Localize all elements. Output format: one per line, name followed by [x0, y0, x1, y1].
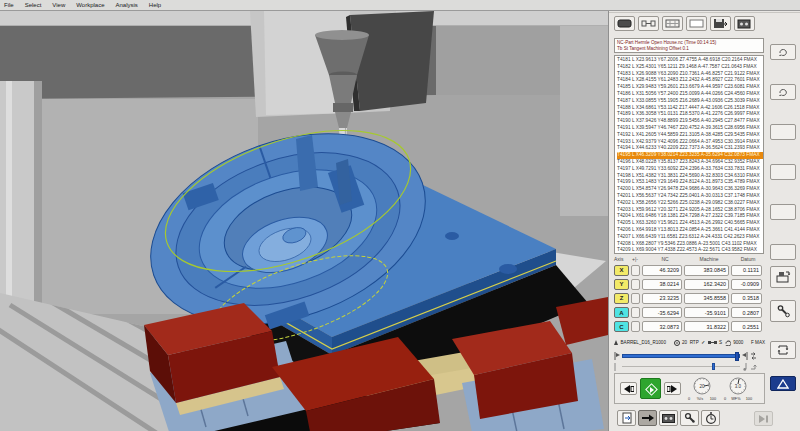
cassette-icon[interactable]: [734, 16, 755, 31]
start-simulation-button[interactable]: [640, 378, 661, 399]
nc-line[interactable]: T4208 L X68.2807 Y9.5346 Z23.0886 A-23.5…: [617, 241, 763, 248]
nc-line[interactable]: T4199 L X53.1483 Y29.1649 Z24.8124 A-31.…: [617, 179, 763, 186]
axis-datum-value: -0.0909: [731, 279, 762, 290]
rail-button-6[interactable]: [770, 244, 796, 260]
rotate-view-button-2[interactable]: [770, 84, 796, 100]
nc-line[interactable]: T4190 L X37.9426 Y48.8899 Z19.5456 A-40.…: [617, 118, 763, 125]
nc-line[interactable]: T4193 L X42.9379 Y42.4096 Z22.0664 A-37.…: [617, 139, 763, 146]
rtp-label: RTP: [690, 340, 699, 345]
axis-label-z[interactable]: Z: [614, 293, 629, 304]
save-state-icon[interactable]: [710, 16, 731, 31]
jump-icon[interactable]: [750, 363, 757, 371]
axis-label-a[interactable]: A: [614, 307, 629, 318]
3d-viewport[interactable]: [0, 11, 608, 431]
nc-line[interactable]: T4185 L X29.9483 Y59.2601 Z13.6679 A-44.…: [617, 84, 763, 91]
axis-table: X46.3209383.08450.1131Y38.0214162.3420-0…: [614, 263, 766, 334]
rotate-view-button-1[interactable]: [770, 44, 796, 60]
axis-sign-box[interactable]: [631, 279, 640, 290]
nc-line[interactable]: T4202 L X58.2656 Y22.5266 Z25.0238 A-29.…: [617, 200, 763, 207]
line-marker-icon: [614, 363, 620, 371]
step-forward-button[interactable]: [664, 382, 681, 395]
nc-line[interactable]: T4191 L X39.5947 Y46.7467 Z20.4752 A-39.…: [617, 125, 763, 132]
nc-line[interactable]: T4184 L X28.4155 Y61.2483 Z12.2432 A-45.…: [617, 77, 763, 84]
menu-item-view[interactable]: View: [52, 2, 65, 8]
rotate-arrows-icon: [778, 48, 788, 56]
menu-item-workplace[interactable]: Workplace: [76, 2, 104, 8]
nc-line[interactable]: T4183 L X26.9088 Y63.2090 Z10.7361 A-46.…: [617, 71, 763, 78]
nc-program-header: NC-Part Hermle Open House.nc (Time 00:14…: [614, 38, 764, 53]
nc-line[interactable]: T4209 L X69.9004 Y7.4338 Z22.4573 A-22.5…: [617, 247, 763, 254]
cassette-small-icon: [662, 414, 675, 423]
nc-line[interactable]: T4188 L X34.6861 Y53.1142 Z17.4447 A-42.…: [617, 105, 763, 112]
skip-to-end-button[interactable]: [754, 411, 773, 426]
axis-row-c: C32.087331.83220.2551: [614, 320, 766, 334]
feed-dial-value: 3.0: [735, 383, 742, 388]
nc-line[interactable]: T4198 L X51.4382 Y31.3831 Z24.5690 A-32.…: [617, 173, 763, 180]
blank-view-icon[interactable]: [686, 16, 707, 31]
restart-program-button[interactable]: [617, 410, 636, 426]
collision-warning-button[interactable]: [770, 376, 796, 391]
nc-line[interactable]: T4182 L X25.4301 Y65.1211 Z9.1468 A-47.7…: [617, 64, 763, 71]
axis-sign-box[interactable]: [631, 321, 640, 332]
feed-label: F MAX: [751, 340, 765, 345]
tool-settings-button[interactable]: [680, 410, 699, 426]
program-progress-slider[interactable]: [622, 354, 740, 358]
axis-nc-value: 23.3235: [642, 293, 682, 304]
nc-line[interactable]: T4196 L X48.0228 Y35.8137 Z23.8243 A-34.…: [617, 159, 763, 166]
feed-override-dial[interactable]: 3.0 0WF%100: [723, 377, 753, 401]
nc-line[interactable]: T4203 L X59.9612 Y20.3271 Z24.9205 A-28.…: [617, 207, 763, 214]
rail-button-5[interactable]: [770, 204, 796, 220]
nc-line[interactable]: T4192 L X41.2605 Y44.5859 Z21.3105 A-38.…: [617, 132, 763, 139]
tool-name: BARREL_D16_R1000: [621, 340, 666, 345]
nc-line[interactable]: T4200 L X54.8574 Y26.9478 Z24.9686 A-30.…: [617, 186, 763, 193]
nc-line[interactable]: T4186 L X31.5056 Y57.2400 Z15.0099 A-44.…: [617, 91, 763, 98]
stopwatch-icon: [705, 412, 717, 424]
axis-label-y[interactable]: Y: [614, 279, 629, 290]
speed-dial[interactable]: 20 0%/s100: [687, 377, 717, 401]
view-mode-toolbar: [614, 16, 755, 31]
nc-line-list[interactable]: T4181 L X23.9613 Y67.2006 Z7.4755 A-48.6…: [614, 55, 764, 254]
fixture-view-icon[interactable]: [638, 16, 659, 31]
nc-line[interactable]: T4187 L X33.0855 Y55.1905 Z16.2689 A-43.…: [617, 98, 763, 105]
wrench-circle-icon: [776, 304, 791, 318]
menu-item-select[interactable]: Select: [25, 2, 42, 8]
time-analysis-button[interactable]: [701, 410, 720, 426]
secondary-handle[interactable]: [712, 363, 716, 370]
machine-settings-button[interactable]: [770, 300, 796, 322]
nc-line[interactable]: T4194 L X44.6233 Y40.2209 Z22.7373 A-36.…: [617, 145, 763, 152]
nc-line[interactable]: T4181 L X23.9613 Y67.2006 Z7.4755 A-48.6…: [617, 57, 763, 64]
start-play-icon: [650, 387, 654, 393]
menu-item-file[interactable]: File: [4, 2, 14, 8]
step-back-button[interactable]: [620, 382, 637, 395]
progress-handle[interactable]: [735, 352, 739, 361]
axis-label-c[interactable]: C: [614, 321, 629, 332]
step-back-icon: [623, 385, 634, 393]
nc-line-current[interactable]: T4195 L X46.3209 Y38.0214 Z23.3235 A-35.…: [617, 152, 763, 159]
swap-range-icon[interactable]: [750, 352, 757, 360]
axis-label-x[interactable]: X: [614, 265, 629, 276]
menu-item-help[interactable]: Help: [149, 2, 161, 8]
axis-machine-value: 345.8558: [684, 293, 729, 304]
nc-line[interactable]: T4207 L X66.6439 Y11.6581 Z23.6312 A-24.…: [617, 234, 763, 241]
rail-button-4[interactable]: [770, 164, 796, 180]
wireframe-view-icon[interactable]: [662, 16, 683, 31]
nc-line[interactable]: T4201 L X56.5637 Y24.7342 Z25.0401 A-30.…: [617, 193, 763, 200]
nc-line[interactable]: T4205 L X63.3260 Y15.9621 Z24.4513 A-26.…: [617, 220, 763, 227]
loop-mode-button[interactable]: [770, 341, 796, 359]
axis-sign-box[interactable]: [631, 293, 640, 304]
nc-line[interactable]: T4197 L X49.7291 Y33.6092 Z24.2396 A-33.…: [617, 166, 763, 173]
axis-sign-box[interactable]: [631, 265, 640, 276]
rail-button-3[interactable]: [770, 124, 796, 140]
nc-tape-button[interactable]: [659, 410, 678, 426]
nc-line[interactable]: T4206 L X64.9918 Y13.8013 Z24.0854 A-25.…: [617, 227, 763, 234]
menu-item-analysis[interactable]: Analysis: [116, 2, 138, 8]
tool-change-button[interactable]: [770, 266, 796, 288]
nc-line[interactable]: T4189 L X36.3058 Y51.0131 Z18.5370 A-41.…: [617, 111, 763, 118]
nc-line[interactable]: T4204 L X61.6486 Y18.1381 Z24.7298 A-27.…: [617, 213, 763, 220]
single-block-button[interactable]: [638, 410, 657, 426]
check-icon: ✓: [701, 340, 705, 345]
secondary-slider[interactable]: [622, 366, 740, 367]
stock-solid-icon[interactable]: [614, 16, 635, 31]
axis-sign-box[interactable]: [631, 307, 640, 318]
document-arrow-icon: [621, 412, 633, 424]
